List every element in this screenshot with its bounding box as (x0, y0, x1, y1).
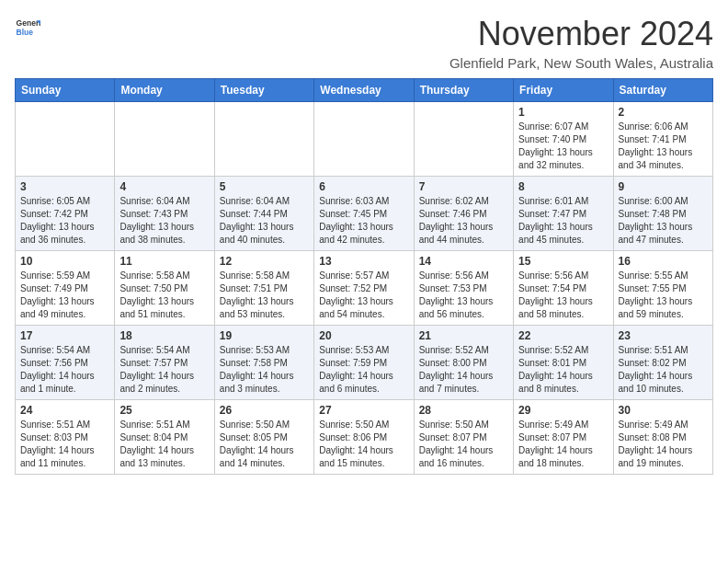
day-number: 2 (619, 106, 708, 119)
weekday-header: Wednesday (314, 79, 414, 102)
calendar-table: SundayMondayTuesdayWednesdayThursdayFrid… (15, 78, 713, 475)
day-info: Sunrise: 5:51 AM Sunset: 8:02 PM Dayligh… (619, 344, 708, 396)
calendar-cell: 13Sunrise: 5:57 AM Sunset: 7:52 PM Dayli… (314, 251, 414, 326)
svg-text:Blue: Blue (17, 28, 34, 37)
title-block: November 2024 Glenfield Park, New South … (449, 15, 713, 71)
day-number: 26 (220, 404, 309, 417)
day-info: Sunrise: 5:55 AM Sunset: 7:55 PM Dayligh… (619, 270, 708, 321)
calendar-cell: 17Sunrise: 5:54 AM Sunset: 7:56 PM Dayli… (16, 326, 115, 400)
weekday-header: Thursday (414, 79, 513, 102)
day-info: Sunrise: 6:03 AM Sunset: 7:45 PM Dayligh… (319, 195, 408, 247)
weekday-header: Tuesday (214, 79, 313, 102)
day-info: Sunrise: 6:07 AM Sunset: 7:40 PM Dayligh… (518, 121, 608, 172)
calendar-cell: 12Sunrise: 5:58 AM Sunset: 7:51 PM Dayli… (214, 251, 313, 326)
day-info: Sunrise: 6:02 AM Sunset: 7:46 PM Dayligh… (419, 195, 508, 247)
day-info: Sunrise: 5:49 AM Sunset: 8:07 PM Dayligh… (518, 419, 608, 470)
calendar-cell: 11Sunrise: 5:58 AM Sunset: 7:50 PM Dayli… (115, 251, 214, 326)
calendar-cell: 22Sunrise: 5:52 AM Sunset: 8:01 PM Dayli… (514, 326, 613, 400)
calendar-cell: 18Sunrise: 5:54 AM Sunset: 7:57 PM Dayli… (115, 326, 214, 400)
calendar-cell: 16Sunrise: 5:55 AM Sunset: 7:55 PM Dayli… (613, 251, 712, 326)
day-number: 14 (419, 255, 508, 268)
day-number: 29 (518, 404, 608, 417)
day-number: 28 (419, 404, 508, 417)
calendar-cell: 4Sunrise: 6:04 AM Sunset: 7:43 PM Daylig… (115, 177, 214, 251)
weekday-header: Monday (115, 79, 214, 102)
weekday-header: Sunday (16, 79, 115, 102)
day-info: Sunrise: 5:54 AM Sunset: 7:57 PM Dayligh… (119, 344, 209, 396)
day-number: 8 (518, 180, 608, 193)
calendar-cell: 1Sunrise: 6:07 AM Sunset: 7:40 PM Daylig… (514, 102, 613, 177)
day-info: Sunrise: 5:52 AM Sunset: 8:00 PM Dayligh… (419, 344, 508, 396)
day-number: 23 (619, 329, 708, 342)
day-info: Sunrise: 5:59 AM Sunset: 7:49 PM Dayligh… (20, 270, 109, 321)
day-number: 5 (220, 180, 309, 193)
day-number: 1 (518, 106, 608, 119)
calendar-cell: 30Sunrise: 5:49 AM Sunset: 8:08 PM Dayli… (613, 400, 712, 475)
day-info: Sunrise: 5:52 AM Sunset: 8:01 PM Dayligh… (518, 344, 608, 396)
calendar-cell: 21Sunrise: 5:52 AM Sunset: 8:00 PM Dayli… (414, 326, 513, 400)
svg-text:General: General (17, 18, 40, 28)
day-info: Sunrise: 5:54 AM Sunset: 7:56 PM Dayligh… (20, 344, 109, 396)
calendar-cell: 7Sunrise: 6:02 AM Sunset: 7:46 PM Daylig… (414, 177, 513, 251)
day-info: Sunrise: 5:57 AM Sunset: 7:52 PM Dayligh… (319, 270, 408, 321)
day-number: 11 (119, 255, 209, 268)
day-info: Sunrise: 5:50 AM Sunset: 8:07 PM Dayligh… (419, 419, 508, 470)
day-info: Sunrise: 5:53 AM Sunset: 7:58 PM Dayligh… (220, 344, 309, 396)
day-number: 9 (619, 180, 708, 193)
calendar-cell: 10Sunrise: 5:59 AM Sunset: 7:49 PM Dayli… (16, 251, 115, 326)
day-number: 12 (220, 255, 309, 268)
day-number: 13 (319, 255, 408, 268)
calendar-cell: 19Sunrise: 5:53 AM Sunset: 7:58 PM Dayli… (214, 326, 313, 400)
day-number: 22 (518, 329, 608, 342)
page-header: General Blue November 2024 Glenfield Par… (15, 15, 713, 71)
day-number: 20 (319, 329, 408, 342)
day-info: Sunrise: 6:05 AM Sunset: 7:42 PM Dayligh… (20, 195, 109, 247)
logo-icon: General Blue (15, 15, 40, 40)
day-number: 25 (119, 404, 209, 417)
day-info: Sunrise: 6:04 AM Sunset: 7:44 PM Dayligh… (220, 195, 309, 247)
calendar-cell: 8Sunrise: 6:01 AM Sunset: 7:47 PM Daylig… (514, 177, 613, 251)
day-number: 21 (419, 329, 508, 342)
day-info: Sunrise: 5:49 AM Sunset: 8:08 PM Dayligh… (619, 419, 708, 470)
day-info: Sunrise: 5:56 AM Sunset: 7:54 PM Dayligh… (518, 270, 608, 321)
weekday-header: Saturday (613, 79, 712, 102)
day-info: Sunrise: 5:50 AM Sunset: 8:06 PM Dayligh… (319, 419, 408, 470)
calendar-cell: 3Sunrise: 6:05 AM Sunset: 7:42 PM Daylig… (16, 177, 115, 251)
calendar-cell (16, 102, 115, 177)
day-number: 24 (20, 404, 109, 417)
day-info: Sunrise: 5:56 AM Sunset: 7:53 PM Dayligh… (419, 270, 508, 321)
day-number: 19 (220, 329, 309, 342)
calendar-cell: 15Sunrise: 5:56 AM Sunset: 7:54 PM Dayli… (514, 251, 613, 326)
calendar-cell: 14Sunrise: 5:56 AM Sunset: 7:53 PM Dayli… (414, 251, 513, 326)
calendar-cell: 20Sunrise: 5:53 AM Sunset: 7:59 PM Dayli… (314, 326, 414, 400)
month-title: November 2024 (449, 15, 713, 53)
logo: General Blue (15, 15, 40, 40)
day-info: Sunrise: 6:04 AM Sunset: 7:43 PM Dayligh… (119, 195, 209, 247)
calendar-cell: 28Sunrise: 5:50 AM Sunset: 8:07 PM Dayli… (414, 400, 513, 475)
location-subtitle: Glenfield Park, New South Wales, Austral… (449, 55, 713, 71)
day-info: Sunrise: 5:58 AM Sunset: 7:50 PM Dayligh… (119, 270, 209, 321)
calendar-cell: 29Sunrise: 5:49 AM Sunset: 8:07 PM Dayli… (514, 400, 613, 475)
calendar-cell: 9Sunrise: 6:00 AM Sunset: 7:48 PM Daylig… (613, 177, 712, 251)
calendar-cell: 26Sunrise: 5:50 AM Sunset: 8:05 PM Dayli… (214, 400, 313, 475)
day-info: Sunrise: 5:53 AM Sunset: 7:59 PM Dayligh… (319, 344, 408, 396)
day-info: Sunrise: 5:58 AM Sunset: 7:51 PM Dayligh… (220, 270, 309, 321)
day-number: 6 (319, 180, 408, 193)
day-info: Sunrise: 6:00 AM Sunset: 7:48 PM Dayligh… (619, 195, 708, 247)
day-number: 4 (119, 180, 209, 193)
day-info: Sunrise: 5:50 AM Sunset: 8:05 PM Dayligh… (220, 419, 309, 470)
day-number: 3 (20, 180, 109, 193)
calendar-cell: 27Sunrise: 5:50 AM Sunset: 8:06 PM Dayli… (314, 400, 414, 475)
weekday-header: Friday (514, 79, 613, 102)
calendar-cell (115, 102, 214, 177)
day-number: 15 (518, 255, 608, 268)
day-number: 18 (119, 329, 209, 342)
calendar-cell (214, 102, 313, 177)
day-info: Sunrise: 6:01 AM Sunset: 7:47 PM Dayligh… (518, 195, 608, 247)
day-number: 16 (619, 255, 708, 268)
day-number: 27 (319, 404, 408, 417)
day-number: 10 (20, 255, 109, 268)
day-number: 17 (20, 329, 109, 342)
calendar-cell: 25Sunrise: 5:51 AM Sunset: 8:04 PM Dayli… (115, 400, 214, 475)
day-info: Sunrise: 5:51 AM Sunset: 8:04 PM Dayligh… (119, 419, 209, 470)
